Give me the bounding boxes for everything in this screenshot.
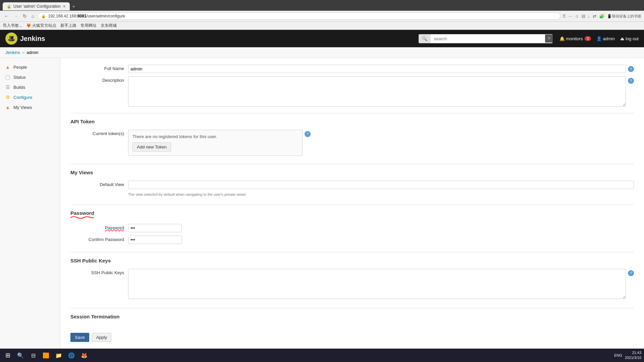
active-tab[interactable]: 🔒 User 'admin' Configuration ✕ <box>3 2 70 10</box>
ssh-field-wrap: ? <box>128 269 634 300</box>
logout-btn[interactable]: ⏏ log out <box>620 36 639 41</box>
mobile-icon[interactable]: 📱移动设备上的书签 <box>607 14 641 19</box>
current-tokens-field-wrap: There are no registered tokens for this … <box>128 130 634 156</box>
sidebar-item-configure[interactable]: ⚙ Configure <box>0 92 60 102</box>
taskbar-lang: ENG <box>614 353 622 357</box>
sidebar-label-configure: Configure <box>13 95 32 100</box>
divider-4 <box>70 252 634 252</box>
monitors-count: 3 <box>585 36 591 41</box>
monitors-label: monitors <box>566 36 583 41</box>
people-icon: ▲ <box>5 64 11 70</box>
fullname-input[interactable] <box>128 65 626 73</box>
default-view-input[interactable] <box>128 181 634 189</box>
fullname-row: Full Name ? <box>70 65 634 73</box>
download-icon[interactable]: ↓ <box>588 14 590 19</box>
breadcrumb-current: admin <box>26 50 38 55</box>
taskbar-task-icon[interactable]: ⊟ <box>28 350 39 361</box>
confirm-password-field-wrap <box>128 236 634 244</box>
forward-btn[interactable]: → <box>12 13 19 19</box>
divider-1 <box>70 113 634 113</box>
taskbar-clock: 21:43 2021/3/10 <box>625 350 641 361</box>
api-token-section: API Token Current token(s) There are no … <box>70 119 634 156</box>
sidebar-item-builds[interactable]: ☰ Builds <box>0 82 60 92</box>
user-btn[interactable]: 👤 admin <box>596 36 615 41</box>
password-input[interactable] <box>128 224 182 232</box>
description-help-icon[interactable]: ? <box>628 78 634 84</box>
jenkins-search-box[interactable]: 🔍 ? <box>419 34 553 43</box>
apply-button[interactable]: Apply <box>92 333 112 342</box>
browser-chrome: 🔒 User 'admin' Configuration ✕ + <box>0 0 644 11</box>
taskbar-right: ENG 21:43 2021/3/10 <box>614 350 641 361</box>
home-btn[interactable]: ⌂ <box>30 13 36 19</box>
sidebar-item-people[interactable]: ▲ People <box>0 62 60 72</box>
taskbar-browser1-icon[interactable]: 🟧 <box>41 350 51 361</box>
password-label: Password <box>70 224 124 230</box>
my-views-section: My Views Default View The view selected … <box>70 170 634 196</box>
taskbar-search-icon[interactable]: 🔍 <box>15 350 26 361</box>
taskbar-time-value: 21:43 <box>625 350 641 355</box>
bell-icon: 🔔 <box>559 36 565 41</box>
bookmark-firefox[interactable]: 🦊 火狐官方站点 <box>26 23 56 28</box>
refresh-btn[interactable]: ↻ <box>21 13 28 19</box>
back-btn[interactable]: ← <box>3 13 10 19</box>
user-label: admin <box>603 36 615 41</box>
password-section-title: Password <box>70 210 94 217</box>
sidebar-icon[interactable]: ⊟ <box>582 14 585 19</box>
search-btn[interactable]: 🔍 <box>419 34 431 43</box>
search-input[interactable] <box>431 34 545 43</box>
taskbar-folder-icon[interactable]: 📁 <box>53 350 64 361</box>
footer-buttons: Save Apply <box>70 329 634 342</box>
jenkins-logo[interactable]: 🎩 Jenkins <box>5 33 45 45</box>
browser-tabs: 🔒 User 'admin' Configuration ✕ + <box>3 2 641 11</box>
taskbar: ⊞ 🔍 ⊟ 🟧 📁 🌐 🦊 ENG 21:43 2021/3/10 <box>0 349 644 362</box>
sync-icon[interactable]: ⇄ <box>593 14 596 19</box>
more-icon[interactable]: ··· <box>569 14 572 19</box>
description-row: Description ? <box>70 76 634 108</box>
bookmark-common[interactable]: 常用网址 <box>80 23 97 28</box>
sidebar-label-builds: Builds <box>13 85 25 90</box>
password-row: Password <box>70 224 634 232</box>
confirm-password-input[interactable] <box>128 236 182 244</box>
taskbar-firefox-icon[interactable]: 🦊 <box>79 350 90 361</box>
taskbar-edge-icon[interactable]: 🌐 <box>66 350 77 361</box>
jenkins-logo-icon: 🎩 <box>5 33 17 45</box>
sidebar-item-status[interactable]: ◯ Status <box>0 72 60 82</box>
configure-icon: ⚙ <box>5 94 11 100</box>
addons-icon[interactable]: 🧩 <box>599 14 604 19</box>
ssh-help-icon[interactable]: ? <box>628 270 634 276</box>
new-tab-btn[interactable]: + <box>70 2 78 11</box>
extensions-icon[interactable]: ⠿ <box>562 14 566 19</box>
tab-close-btn[interactable]: ✕ <box>63 4 66 9</box>
fullname-label: Full Name <box>70 65 124 71</box>
password-section: Password Password Confirm Password <box>70 210 634 244</box>
star-icon[interactable]: ☆ <box>575 14 579 19</box>
divider-5 <box>70 308 634 308</box>
sidebar-label-myviews: My Views <box>13 105 32 110</box>
builds-icon: ☰ <box>5 84 11 90</box>
bookmark-guide[interactable]: 新手上路 <box>60 23 76 28</box>
bookmark-jd[interactable]: 京东商城 <box>101 23 117 28</box>
breadcrumb-root[interactable]: Jenkins <box>5 50 20 55</box>
tab-title: User 'admin' Configuration <box>13 4 61 9</box>
fullname-help-icon[interactable]: ? <box>628 66 634 72</box>
monitors-btn[interactable]: 🔔 monitors 3 <box>559 36 591 41</box>
description-textarea[interactable] <box>128 76 626 107</box>
api-token-help-icon[interactable]: ? <box>305 131 311 137</box>
bookmark-import[interactable]: 导入书签... <box>3 23 22 28</box>
sidebar-label-people: People <box>13 65 27 70</box>
save-button[interactable]: Save <box>70 333 89 342</box>
start-btn[interactable]: ⊞ <box>3 350 13 360</box>
sidebar: ▲ People ◯ Status ☰ Builds ⚙ Configure ▲… <box>0 58 60 362</box>
logout-icon: ⏏ <box>620 36 624 41</box>
ssh-textarea[interactable] <box>128 269 626 299</box>
ssh-label: SSH Public Keys <box>70 269 124 275</box>
header-right: 🔔 monitors 3 👤 admin ⏏ log out <box>559 36 639 41</box>
add-token-btn[interactable]: Add new Token <box>132 142 171 152</box>
address-bar[interactable]: 🔒 192.168.42.168:8081/user/admin/configu… <box>38 12 560 20</box>
myviews-icon: ▲ <box>5 104 11 110</box>
jenkins-header: 🎩 Jenkins 🔍 ? 🔔 monitors 3 👤 admin ⏏ log… <box>0 30 644 47</box>
search-help-btn[interactable]: ? <box>545 35 552 43</box>
browser-toolbar: ← → ↻ ⌂ 🔒 192.168.42.168:8081/user/admin… <box>0 11 644 22</box>
sidebar-item-myviews[interactable]: ▲ My Views <box>0 102 60 112</box>
taskbar-date-value: 2021/3/10 <box>625 355 641 360</box>
